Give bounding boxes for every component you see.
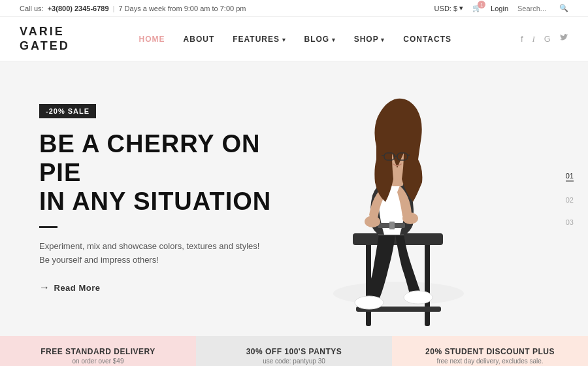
nav-home[interactable]: HOME (139, 35, 165, 44)
svg-point-9 (365, 216, 380, 227)
nav-about[interactable]: ABOUT (184, 35, 215, 44)
nav-links: HOME ABOUT FEATURES BLOG SHOP CONTACTS (139, 35, 451, 44)
top-bar-right: USD: $ ▾ 🛒 1 Login 🔍 (434, 4, 568, 12)
slide-indicators: 01 02 03 (566, 172, 574, 226)
top-bar-left: Call us: +3(800) 2345-6789 | 7 Days a we… (20, 5, 246, 12)
google-icon[interactable]: G (544, 34, 551, 44)
read-more-button[interactable]: → Read More (39, 282, 301, 293)
instagram-icon[interactable]: I (532, 34, 535, 44)
search-input[interactable] (517, 5, 557, 12)
call-label: Call us: (20, 5, 44, 12)
logo-line1: VARIE (20, 25, 70, 39)
twitter-icon[interactable] (560, 34, 568, 44)
promo-title-1: FREE STANDARD DELIVERY (41, 347, 155, 356)
cart-button[interactable]: 🛒 1 (472, 4, 482, 12)
logo: VARIE GATED (20, 25, 70, 53)
promo-title-2: 30% OFF 100'S PANTYS (246, 347, 342, 356)
currency-chevron-icon: ▾ (459, 4, 463, 12)
slide-indicator-2[interactable]: 02 (566, 196, 574, 204)
hero-divider (39, 226, 57, 228)
svg-point-10 (402, 212, 418, 224)
hero-text-line2: Be yourself and impress others! (39, 254, 301, 267)
hero-content: -20% SALE BE A CHERRY ON PIE IN ANY SITU… (0, 104, 340, 293)
promo-sub-1: on order over $49 (73, 358, 124, 365)
facebook-icon[interactable]: f (521, 34, 523, 44)
currency-selector[interactable]: USD: $ ▾ (434, 4, 463, 12)
hours-label: 7 Days a week from 9:00 am to 7:00 pm (118, 5, 246, 12)
nav-features[interactable]: FEATURES (233, 35, 286, 44)
svg-line-17 (408, 155, 410, 156)
read-more-arrow-icon: → (39, 282, 50, 293)
main-nav: VARIE GATED HOME ABOUT FEATURES BLOG SHO… (0, 17, 588, 61)
hero-title-line1: BE A CHERRY ON PIE (39, 130, 301, 187)
svg-rect-2 (425, 241, 430, 326)
sale-badge: -20% SALE (39, 104, 96, 118)
read-more-label: Read More (54, 283, 101, 293)
nav-social: f I G (521, 34, 568, 44)
promo-title-3: 20% STUDENT DISCOUNT PLUS (425, 347, 555, 356)
logo-line2: GATED (20, 39, 70, 54)
hero-text: Experiment, mix and showcase colors, tex… (39, 240, 301, 267)
svg-point-6 (404, 291, 433, 304)
svg-point-5 (355, 296, 384, 309)
promo-bar-1[interactable]: FREE STANDARD DELIVERY on order over $49 (0, 336, 196, 366)
nav-contacts[interactable]: CONTACTS (403, 35, 451, 44)
currency-label: USD: $ (434, 5, 457, 12)
hero-section: -20% SALE BE A CHERRY ON PIE IN ANY SITU… (0, 61, 588, 336)
hero-title-line2: IN ANY SITUATION (39, 188, 301, 216)
cart-badge: 1 (478, 1, 485, 8)
search-wrap: 🔍 (517, 4, 568, 12)
separator: | (113, 5, 115, 12)
promo-sub-3: free next day delivery, excludes sale. (436, 358, 543, 365)
nav-blog[interactable]: BLOG (304, 35, 336, 44)
promo-bar-2[interactable]: 30% OFF 100'S PANTYS use code: pantyup 3… (196, 336, 392, 366)
svg-point-0 (333, 282, 464, 305)
svg-rect-8 (389, 222, 395, 229)
phone-number: +3(800) 2345-6789 (48, 5, 109, 12)
hero-title: BE A CHERRY ON PIE IN ANY SITUATION (39, 130, 301, 216)
promo-bar-3[interactable]: 20% STUDENT DISCOUNT PLUS free next day … (392, 336, 588, 366)
search-button[interactable]: 🔍 (559, 4, 568, 12)
promo-bars: FREE STANDARD DELIVERY on order over $49… (0, 336, 588, 366)
slide-indicator-1[interactable]: 01 (566, 172, 574, 182)
hero-text-line1: Experiment, mix and showcase colors, tex… (39, 240, 301, 254)
login-link[interactable]: Login (491, 5, 508, 12)
promo-sub-2: use code: pantyup 30 (263, 358, 325, 365)
slide-indicator-3[interactable]: 03 (566, 218, 574, 226)
nav-shop[interactable]: SHOP (354, 35, 385, 44)
top-bar: Call us: +3(800) 2345-6789 | 7 Days a we… (0, 0, 588, 17)
